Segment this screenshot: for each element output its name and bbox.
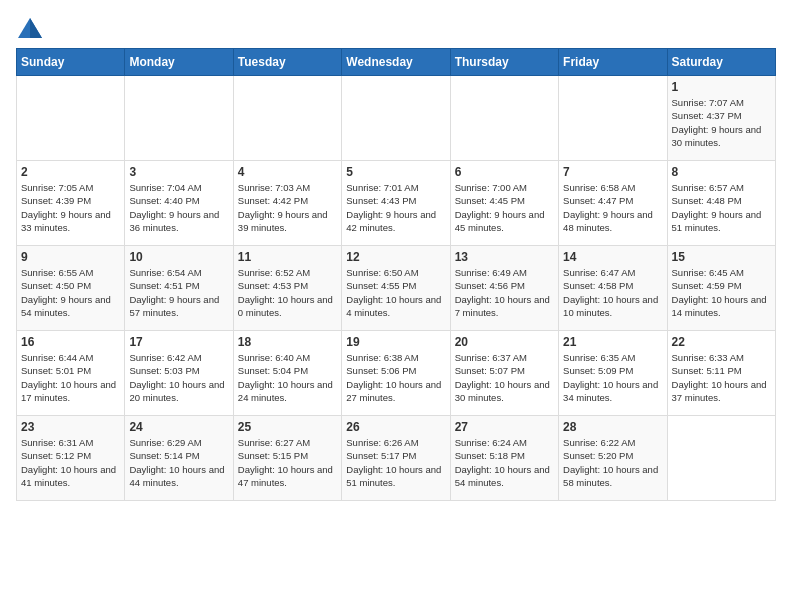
day-cell: 3Sunrise: 7:04 AM Sunset: 4:40 PM Daylig… [125, 161, 233, 246]
calendar-table: SundayMondayTuesdayWednesdayThursdayFrid… [16, 48, 776, 501]
day-number: 3 [129, 165, 228, 179]
day-info: Sunrise: 6:42 AM Sunset: 5:03 PM Dayligh… [129, 351, 228, 404]
day-cell: 27Sunrise: 6:24 AM Sunset: 5:18 PM Dayli… [450, 416, 558, 501]
day-cell: 12Sunrise: 6:50 AM Sunset: 4:55 PM Dayli… [342, 246, 450, 331]
day-info: Sunrise: 6:35 AM Sunset: 5:09 PM Dayligh… [563, 351, 662, 404]
day-info: Sunrise: 6:33 AM Sunset: 5:11 PM Dayligh… [672, 351, 771, 404]
day-info: Sunrise: 6:38 AM Sunset: 5:06 PM Dayligh… [346, 351, 445, 404]
day-cell [559, 76, 667, 161]
day-number: 6 [455, 165, 554, 179]
header-row: SundayMondayTuesdayWednesdayThursdayFrid… [17, 49, 776, 76]
day-number: 15 [672, 250, 771, 264]
column-header-sunday: Sunday [17, 49, 125, 76]
day-cell: 8Sunrise: 6:57 AM Sunset: 4:48 PM Daylig… [667, 161, 775, 246]
day-info: Sunrise: 7:01 AM Sunset: 4:43 PM Dayligh… [346, 181, 445, 234]
day-cell: 14Sunrise: 6:47 AM Sunset: 4:58 PM Dayli… [559, 246, 667, 331]
day-info: Sunrise: 6:50 AM Sunset: 4:55 PM Dayligh… [346, 266, 445, 319]
day-number: 25 [238, 420, 337, 434]
day-cell [342, 76, 450, 161]
day-cell: 16Sunrise: 6:44 AM Sunset: 5:01 PM Dayli… [17, 331, 125, 416]
day-info: Sunrise: 6:54 AM Sunset: 4:51 PM Dayligh… [129, 266, 228, 319]
day-info: Sunrise: 7:04 AM Sunset: 4:40 PM Dayligh… [129, 181, 228, 234]
day-info: Sunrise: 6:45 AM Sunset: 4:59 PM Dayligh… [672, 266, 771, 319]
day-number: 21 [563, 335, 662, 349]
day-cell [125, 76, 233, 161]
day-cell: 24Sunrise: 6:29 AM Sunset: 5:14 PM Dayli… [125, 416, 233, 501]
day-number: 22 [672, 335, 771, 349]
day-number: 10 [129, 250, 228, 264]
day-info: Sunrise: 7:03 AM Sunset: 4:42 PM Dayligh… [238, 181, 337, 234]
column-header-tuesday: Tuesday [233, 49, 341, 76]
week-row-5: 23Sunrise: 6:31 AM Sunset: 5:12 PM Dayli… [17, 416, 776, 501]
day-number: 28 [563, 420, 662, 434]
day-info: Sunrise: 6:52 AM Sunset: 4:53 PM Dayligh… [238, 266, 337, 319]
day-cell: 7Sunrise: 6:58 AM Sunset: 4:47 PM Daylig… [559, 161, 667, 246]
day-number: 11 [238, 250, 337, 264]
day-cell: 2Sunrise: 7:05 AM Sunset: 4:39 PM Daylig… [17, 161, 125, 246]
day-cell: 1Sunrise: 7:07 AM Sunset: 4:37 PM Daylig… [667, 76, 775, 161]
day-cell: 28Sunrise: 6:22 AM Sunset: 5:20 PM Dayli… [559, 416, 667, 501]
column-header-monday: Monday [125, 49, 233, 76]
day-info: Sunrise: 6:58 AM Sunset: 4:47 PM Dayligh… [563, 181, 662, 234]
day-cell: 19Sunrise: 6:38 AM Sunset: 5:06 PM Dayli… [342, 331, 450, 416]
day-info: Sunrise: 6:24 AM Sunset: 5:18 PM Dayligh… [455, 436, 554, 489]
day-info: Sunrise: 6:22 AM Sunset: 5:20 PM Dayligh… [563, 436, 662, 489]
week-row-1: 1Sunrise: 7:07 AM Sunset: 4:37 PM Daylig… [17, 76, 776, 161]
day-number: 7 [563, 165, 662, 179]
day-number: 20 [455, 335, 554, 349]
day-number: 27 [455, 420, 554, 434]
day-cell: 4Sunrise: 7:03 AM Sunset: 4:42 PM Daylig… [233, 161, 341, 246]
day-cell: 17Sunrise: 6:42 AM Sunset: 5:03 PM Dayli… [125, 331, 233, 416]
day-info: Sunrise: 6:37 AM Sunset: 5:07 PM Dayligh… [455, 351, 554, 404]
day-cell: 18Sunrise: 6:40 AM Sunset: 5:04 PM Dayli… [233, 331, 341, 416]
day-cell: 5Sunrise: 7:01 AM Sunset: 4:43 PM Daylig… [342, 161, 450, 246]
day-number: 24 [129, 420, 228, 434]
day-info: Sunrise: 6:31 AM Sunset: 5:12 PM Dayligh… [21, 436, 120, 489]
day-cell: 22Sunrise: 6:33 AM Sunset: 5:11 PM Dayli… [667, 331, 775, 416]
day-cell: 23Sunrise: 6:31 AM Sunset: 5:12 PM Dayli… [17, 416, 125, 501]
column-header-thursday: Thursday [450, 49, 558, 76]
week-row-3: 9Sunrise: 6:55 AM Sunset: 4:50 PM Daylig… [17, 246, 776, 331]
day-number: 19 [346, 335, 445, 349]
day-info: Sunrise: 7:00 AM Sunset: 4:45 PM Dayligh… [455, 181, 554, 234]
week-row-4: 16Sunrise: 6:44 AM Sunset: 5:01 PM Dayli… [17, 331, 776, 416]
week-row-2: 2Sunrise: 7:05 AM Sunset: 4:39 PM Daylig… [17, 161, 776, 246]
day-cell [450, 76, 558, 161]
logo-icon [16, 16, 44, 40]
column-header-saturday: Saturday [667, 49, 775, 76]
day-info: Sunrise: 7:05 AM Sunset: 4:39 PM Dayligh… [21, 181, 120, 234]
day-number: 17 [129, 335, 228, 349]
day-cell [233, 76, 341, 161]
day-number: 18 [238, 335, 337, 349]
day-cell: 9Sunrise: 6:55 AM Sunset: 4:50 PM Daylig… [17, 246, 125, 331]
day-info: Sunrise: 6:40 AM Sunset: 5:04 PM Dayligh… [238, 351, 337, 404]
header [16, 16, 776, 40]
day-info: Sunrise: 6:55 AM Sunset: 4:50 PM Dayligh… [21, 266, 120, 319]
day-cell: 20Sunrise: 6:37 AM Sunset: 5:07 PM Dayli… [450, 331, 558, 416]
day-info: Sunrise: 6:57 AM Sunset: 4:48 PM Dayligh… [672, 181, 771, 234]
day-cell: 25Sunrise: 6:27 AM Sunset: 5:15 PM Dayli… [233, 416, 341, 501]
day-number: 14 [563, 250, 662, 264]
day-info: Sunrise: 6:44 AM Sunset: 5:01 PM Dayligh… [21, 351, 120, 404]
day-number: 16 [21, 335, 120, 349]
day-cell: 6Sunrise: 7:00 AM Sunset: 4:45 PM Daylig… [450, 161, 558, 246]
day-info: Sunrise: 7:07 AM Sunset: 4:37 PM Dayligh… [672, 96, 771, 149]
column-header-friday: Friday [559, 49, 667, 76]
day-cell [667, 416, 775, 501]
day-info: Sunrise: 6:29 AM Sunset: 5:14 PM Dayligh… [129, 436, 228, 489]
day-number: 9 [21, 250, 120, 264]
day-cell: 11Sunrise: 6:52 AM Sunset: 4:53 PM Dayli… [233, 246, 341, 331]
svg-marker-1 [30, 18, 42, 38]
day-cell: 10Sunrise: 6:54 AM Sunset: 4:51 PM Dayli… [125, 246, 233, 331]
day-cell: 13Sunrise: 6:49 AM Sunset: 4:56 PM Dayli… [450, 246, 558, 331]
day-info: Sunrise: 6:26 AM Sunset: 5:17 PM Dayligh… [346, 436, 445, 489]
day-cell: 15Sunrise: 6:45 AM Sunset: 4:59 PM Dayli… [667, 246, 775, 331]
logo [16, 16, 48, 40]
day-number: 4 [238, 165, 337, 179]
day-info: Sunrise: 6:47 AM Sunset: 4:58 PM Dayligh… [563, 266, 662, 319]
day-number: 12 [346, 250, 445, 264]
day-info: Sunrise: 6:49 AM Sunset: 4:56 PM Dayligh… [455, 266, 554, 319]
day-number: 8 [672, 165, 771, 179]
day-cell: 21Sunrise: 6:35 AM Sunset: 5:09 PM Dayli… [559, 331, 667, 416]
day-number: 1 [672, 80, 771, 94]
